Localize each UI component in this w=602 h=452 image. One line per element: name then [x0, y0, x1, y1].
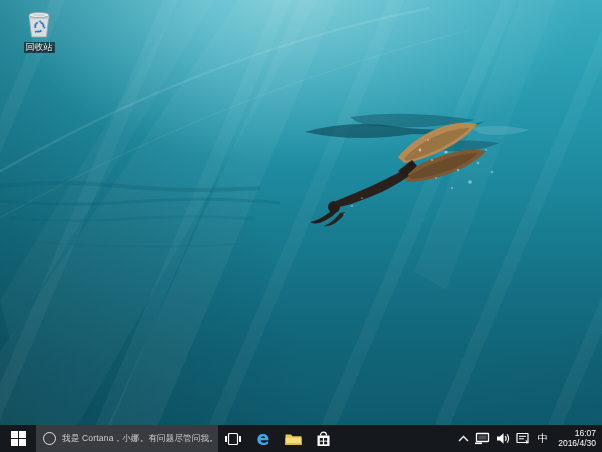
network-ethernet-icon: [475, 432, 490, 445]
start-button[interactable]: [0, 425, 36, 452]
system-tray: 中 16:07 2016/4/30: [455, 425, 602, 452]
edge-icon: e: [257, 429, 270, 448]
task-view-button[interactable]: [218, 425, 248, 452]
cortana-icon: [43, 432, 56, 445]
desktop-area[interactable]: 回收站: [0, 0, 602, 425]
file-explorer-icon: [285, 432, 302, 446]
recycle-bin-icon: [22, 6, 56, 40]
windows-store-button[interactable]: [308, 425, 338, 452]
tray-network[interactable]: [472, 425, 493, 452]
windows-logo-icon: [11, 431, 26, 446]
task-view-icon: [225, 432, 241, 446]
ime-input-icon: [516, 432, 530, 445]
edge-browser-button[interactable]: e: [248, 425, 278, 452]
taskbar: 我是 Cortana，小娜。有问题尽管问我。 e: [0, 425, 602, 452]
clock-date: 2016/4/30: [558, 439, 596, 449]
chevron-up-icon: [458, 435, 469, 443]
tray-show-hidden-icons[interactable]: [455, 425, 472, 452]
file-explorer-button[interactable]: [278, 425, 308, 452]
cortana-search-placeholder: 我是 Cortana，小娜。有问题尽管问我。: [62, 433, 218, 445]
volume-speaker-icon: [496, 432, 510, 445]
store-bag-icon: [316, 431, 331, 447]
tray-volume[interactable]: [493, 425, 513, 452]
tray-ime-tool[interactable]: [513, 425, 533, 452]
tray-language-indicator[interactable]: 中: [533, 425, 554, 452]
cortana-search-box[interactable]: 我是 Cortana，小娜。有问题尽管问我。: [36, 425, 218, 452]
recycle-bin-shortcut[interactable]: 回收站: [8, 6, 70, 53]
recycle-bin-label: 回收站: [24, 42, 55, 53]
wallpaper-diver-art: [0, 0, 602, 425]
tray-clock[interactable]: 16:07 2016/4/30: [553, 429, 602, 448]
windows-desktop-screen: 回收站 我是 Cortana，小娜。有问题尽管问我。 e: [0, 0, 602, 452]
